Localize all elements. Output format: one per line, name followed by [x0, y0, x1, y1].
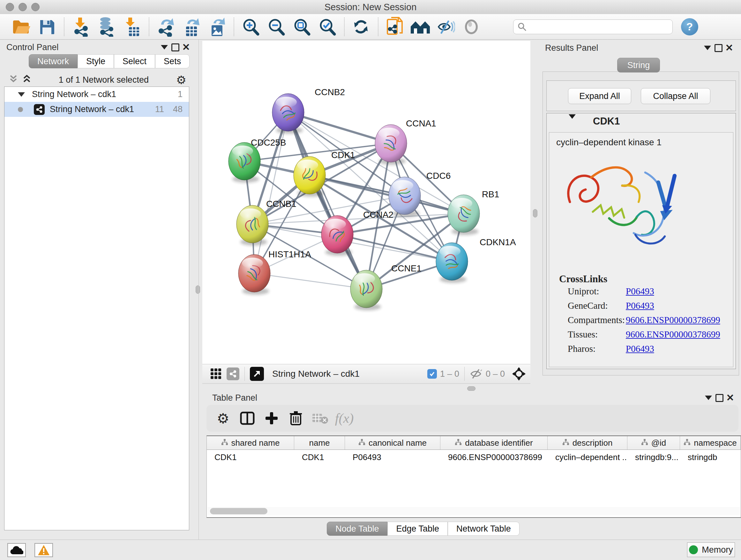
memory-button[interactable]: Memory — [687, 543, 735, 557]
right-splitter-handle[interactable] — [533, 209, 537, 217]
import-table-file-button[interactable] — [121, 17, 142, 37]
expand-all-networks-button[interactable] — [22, 74, 31, 85]
help-button[interactable]: ? — [681, 18, 698, 36]
network-edge[interactable] — [254, 273, 366, 289]
save-session-button[interactable] — [37, 17, 57, 37]
network-node-CCNA1[interactable] — [375, 125, 407, 165]
results-panel-close-button[interactable]: ✕ — [724, 43, 735, 53]
hidden-eye-icon[interactable] — [470, 368, 482, 379]
control-panel-collapse-button[interactable] — [159, 43, 170, 52]
delete-column-button[interactable] — [286, 409, 306, 428]
network-edge[interactable] — [288, 112, 366, 289]
results-panel-float-button[interactable] — [713, 43, 724, 53]
zoom-fit-button[interactable] — [291, 17, 312, 37]
tab-edge-table[interactable]: Edge Table — [387, 522, 448, 536]
zoom-out-button[interactable] — [266, 17, 286, 37]
column-header--id[interactable]: @id — [627, 436, 680, 449]
table-cell[interactable]: P06493 — [345, 450, 441, 464]
arrow-up-right-icon — [253, 370, 261, 378]
network-node-HIST1H1A[interactable] — [239, 254, 270, 295]
network-edge[interactable] — [310, 175, 464, 213]
tab-style[interactable]: Style — [77, 54, 114, 68]
table-panel-float-button[interactable] — [714, 393, 725, 402]
crosslink-link[interactable]: 9606.ENSP00000378699 — [626, 315, 720, 325]
network-node-RB1[interactable] — [448, 195, 480, 235]
expand-all-button[interactable]: Expand All — [568, 88, 631, 104]
crosslink-link[interactable]: P06493 — [626, 286, 654, 296]
birds-eye-view-button[interactable] — [250, 367, 264, 381]
table-cell[interactable]: CDK1 — [207, 450, 294, 464]
table-panel-collapse-button[interactable] — [703, 393, 714, 402]
network-node-CCNE1[interactable] — [350, 270, 382, 310]
table-cell[interactable]: 9606.ENSP00000378699 — [441, 450, 548, 464]
results-panel-collapse-button[interactable] — [702, 43, 713, 53]
column-header-database-identifier[interactable]: database identifier — [441, 436, 548, 449]
zoom-selected-button[interactable] — [317, 17, 338, 37]
crosslink-link[interactable]: P06493 — [626, 344, 654, 354]
zoom-in-button[interactable] — [240, 17, 261, 37]
table-panel-close-button[interactable]: ✕ — [725, 393, 736, 402]
column-header-shared-name[interactable]: shared name — [207, 436, 294, 449]
string-style-toggle-button[interactable] — [226, 368, 239, 380]
network-node-CDC25B[interactable] — [228, 142, 260, 183]
cloud-status-button[interactable] — [7, 543, 26, 557]
column-header-description[interactable]: description — [548, 436, 627, 449]
show-columns-button[interactable] — [237, 409, 258, 428]
show-grid-button[interactable] — [210, 368, 222, 380]
network-options-gear-button[interactable]: ⚙ — [176, 73, 186, 86]
refresh-view-button[interactable] — [350, 17, 372, 37]
import-network-file-button[interactable] — [70, 17, 91, 37]
search-input[interactable] — [527, 20, 672, 34]
tree-expander-icon[interactable] — [18, 92, 25, 97]
tab-network-table[interactable]: Network Table — [448, 522, 520, 536]
left-splitter-handle[interactable] — [196, 286, 200, 294]
network-row-selected[interactable]: String Network – cdk1 11 48 — [4, 102, 189, 117]
create-column-button[interactable] — [261, 409, 282, 428]
warnings-button[interactable] — [35, 543, 53, 557]
network-collection-row[interactable]: String Network – cdk1 1 — [4, 87, 189, 102]
network-snapshot-button[interactable] — [384, 17, 405, 37]
selected-checkbox-icon[interactable] — [427, 369, 437, 379]
bottom-splitter-handle[interactable] — [467, 386, 475, 391]
results-tab-string[interactable]: String — [617, 58, 660, 72]
network-canvas[interactable]: CCNB2CCNA1CDC25BCDK1CDC6RB1CCNB1CCNA2CDK… — [202, 41, 530, 364]
table-cell[interactable]: CDK1 — [294, 450, 345, 464]
tab-network[interactable]: Network — [29, 54, 77, 68]
network-node-CCNB2[interactable] — [272, 94, 304, 134]
hide-graphics-details-button[interactable] — [435, 17, 456, 37]
column-header-name[interactable]: name — [294, 436, 345, 449]
collapse-all-networks-button[interactable] — [9, 74, 18, 85]
import-network-database-button[interactable] — [96, 17, 117, 37]
table-cell[interactable]: cyclin–dependent ... — [548, 450, 627, 464]
table-cell[interactable]: stringdb — [680, 450, 741, 464]
tab-sets[interactable]: Sets — [155, 54, 190, 68]
open-session-button[interactable] — [11, 17, 32, 37]
crosslink-link[interactable]: P06493 — [626, 300, 654, 311]
table-cell[interactable]: stringdb:9... — [627, 450, 680, 464]
delete-table-button[interactable] — [310, 409, 330, 428]
crosslink-link[interactable]: 9606.ENSP00000378699 — [626, 329, 720, 339]
scrollbar-thumb[interactable] — [210, 508, 267, 514]
gene-section-expander[interactable] — [569, 119, 576, 129]
network-node-CCNB1[interactable] — [237, 205, 268, 246]
function-builder-button[interactable]: f(x) — [334, 409, 354, 428]
collapse-all-button[interactable]: Collapse All — [641, 88, 711, 104]
column-header-namespace[interactable]: namespace — [680, 436, 741, 449]
fit-selected-button[interactable] — [512, 367, 526, 381]
collapse-icon — [704, 46, 711, 50]
tab-node-table[interactable]: Node Table — [327, 522, 387, 536]
export-network-button[interactable] — [155, 17, 176, 37]
control-panel-float-button[interactable] — [170, 43, 181, 52]
tab-select[interactable]: Select — [114, 54, 155, 68]
table-horizontal-scrollbar[interactable] — [207, 507, 740, 515]
export-table-button[interactable] — [181, 17, 202, 37]
control-panel-close-button[interactable]: ✕ — [181, 43, 192, 52]
table-options-button[interactable]: ⚙ — [213, 409, 233, 428]
home-button[interactable] — [410, 17, 431, 37]
network-node-CDKN1A[interactable] — [436, 243, 468, 283]
export-image-button[interactable] — [206, 17, 227, 37]
search-field[interactable] — [513, 19, 673, 34]
table-row[interactable]: CDK1CDK1P064939606.ENSP00000378699cyclin… — [207, 450, 741, 464]
column-header-canonical-name[interactable]: canonical name — [345, 436, 441, 449]
show-graphics-details-button[interactable] — [461, 17, 482, 37]
